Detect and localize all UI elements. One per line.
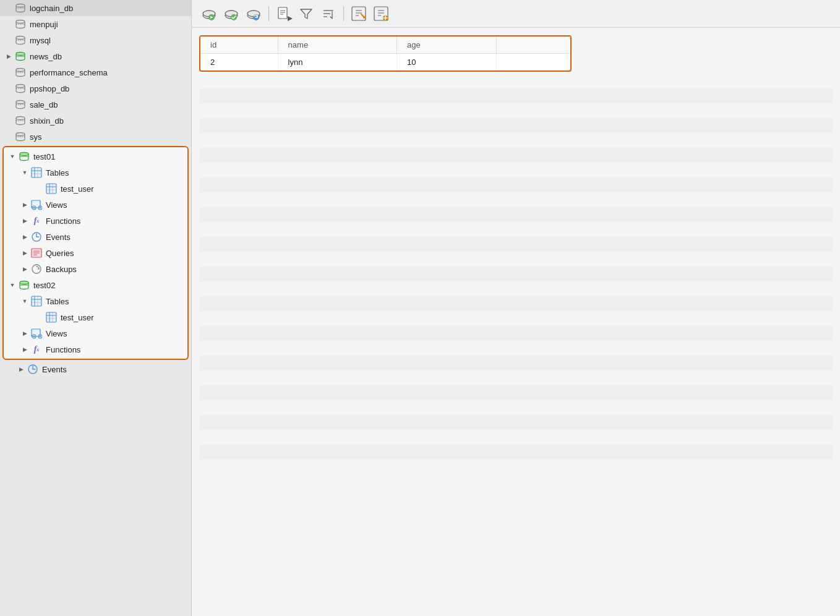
svg-point-58	[40, 336, 41, 337]
sidebar-item-test01-events[interactable]: Events	[4, 229, 187, 245]
sidebar-item-ppshop_db[interactable]: ppshop_db	[0, 80, 191, 96]
cell-id: 2	[200, 54, 278, 71]
table-icon-test01-tables	[31, 167, 42, 178]
chevron-test02[interactable]	[9, 281, 16, 289]
chevron-news_db[interactable]	[5, 53, 12, 60]
db-icon-performance_schema	[15, 67, 26, 78]
sidebar-label-test01-test_user: test_user	[61, 184, 93, 194]
cell-age: 10	[396, 54, 496, 71]
empty-row	[199, 252, 833, 267]
chevron-test01-backups[interactable]	[21, 265, 28, 273]
empty-row	[199, 133, 833, 148]
svg-point-15	[16, 117, 25, 120]
toolbar-separator-2	[343, 6, 344, 21]
empty-row	[199, 163, 833, 178]
empty-row	[199, 326, 833, 341]
run-button[interactable]	[199, 4, 219, 24]
svg-point-7	[16, 53, 25, 56]
toolbar-separator-1	[268, 6, 269, 21]
sidebar-label-test01-functions: Functions	[46, 216, 80, 226]
chevron-test02-tables[interactable]	[21, 297, 28, 305]
sort-button[interactable]	[319, 4, 338, 24]
functions-icon-test01: fx	[31, 215, 42, 226]
col-header-extra	[496, 36, 570, 54]
sidebar-item-logchain_db[interactable]: logchain_db	[0, 0, 191, 16]
sidebar-item-performance_schema[interactable]: performance_schema	[0, 64, 191, 80]
sidebar-label-test01-events: Events	[46, 233, 71, 242]
empty-row	[199, 74, 833, 88]
db-icon-shixin_db	[15, 115, 26, 126]
sidebar-label-menpuji: menpuji	[30, 20, 58, 29]
empty-row	[199, 430, 833, 445]
sidebar-item-menpuji[interactable]: menpuji	[0, 16, 191, 32]
chevron-test01-queries[interactable]	[21, 249, 28, 257]
empty-row	[199, 118, 833, 133]
sidebar-label-test02-functions: Functions	[46, 345, 80, 354]
sidebar-label-test02-events-partial: Events	[42, 365, 67, 374]
sidebar-label-test01-queries: Queries	[46, 249, 74, 258]
chevron-test01-tables[interactable]	[21, 169, 28, 176]
chevron-test01-views[interactable]	[21, 201, 28, 208]
db-icon-mysql	[15, 35, 26, 46]
empty-row	[199, 207, 833, 222]
sidebar-item-test02-views[interactable]: Views	[4, 325, 187, 341]
svg-rect-81	[352, 7, 366, 20]
filter-button[interactable]	[296, 4, 316, 24]
sidebar-item-test01-queries[interactable]: Queries	[4, 245, 187, 261]
sidebar-item-test01-views[interactable]: Views	[4, 197, 187, 213]
sidebar-item-news_db[interactable]: news_db	[0, 48, 191, 64]
chevron-test01-events[interactable]	[21, 233, 28, 241]
empty-row	[199, 341, 833, 356]
svg-point-60	[33, 336, 35, 337]
chevron-test01-functions[interactable]	[21, 217, 28, 225]
document-button[interactable]	[274, 4, 294, 24]
db-icon-ppshop_db	[15, 83, 26, 94]
sidebar-item-test02-events-partial[interactable]: Events	[0, 361, 191, 377]
empty-row	[199, 370, 833, 385]
col-header-age[interactable]: age	[396, 36, 496, 54]
sidebar-item-test01-tables[interactable]: Tables	[4, 165, 187, 181]
table-row[interactable]: 2 lynn 10	[200, 54, 570, 71]
sidebar-item-mysql[interactable]: mysql	[0, 32, 191, 48]
functions-icon-test02: fx	[31, 344, 42, 355]
sidebar-item-test02-test_user[interactable]: test_user	[4, 309, 187, 325]
sidebar-item-shixin_db[interactable]: shixin_db	[0, 113, 191, 129]
sidebar-label-sys: sys	[30, 132, 42, 142]
table-icon-test02-test_user	[46, 312, 57, 323]
sidebar-label-test01: test01	[33, 152, 55, 161]
sidebar-item-test02[interactable]: test02	[4, 277, 187, 293]
svg-point-85	[363, 16, 366, 19]
connect-button[interactable]	[221, 4, 241, 24]
sidebar-item-sale_db[interactable]: sale_db	[0, 96, 191, 113]
sidebar-item-test02-tables[interactable]: Tables	[4, 293, 187, 309]
chevron-test01[interactable]	[9, 153, 16, 160]
import-button[interactable]	[371, 4, 391, 24]
sidebar: logchain_db menpuji mysql news_db perfor…	[0, 0, 192, 616]
sidebar-item-sys[interactable]: sys	[0, 129, 191, 145]
col-header-id[interactable]: id	[200, 36, 278, 54]
table-header-row: id name age	[200, 36, 570, 54]
col-header-name[interactable]: name	[278, 36, 396, 54]
svg-marker-77	[301, 9, 312, 19]
sidebar-item-test02-functions[interactable]: fx Functions	[4, 341, 187, 357]
sidebar-item-test01[interactable]: test01	[4, 148, 187, 165]
refresh-button[interactable]	[244, 4, 264, 24]
empty-row	[199, 103, 833, 118]
sidebar-item-test01-functions[interactable]: fx Functions	[4, 213, 187, 229]
sidebar-label-test01-tables: Tables	[46, 168, 69, 178]
empty-row	[199, 356, 833, 370]
sidebar-label-sale_db: sale_db	[30, 100, 58, 109]
empty-row	[199, 192, 833, 207]
chevron-test02-events-partial[interactable]	[17, 366, 25, 373]
empty-row	[199, 148, 833, 163]
sidebar-item-test01-test_user[interactable]: test_user	[4, 181, 187, 197]
empty-row	[199, 311, 833, 326]
sidebar-item-test01-backups[interactable]: Backups	[4, 261, 187, 277]
export-button[interactable]	[349, 4, 369, 24]
table-icon-test02-tables	[31, 296, 42, 307]
sidebar-label-mysql: mysql	[30, 36, 51, 45]
chevron-test02-functions[interactable]	[21, 346, 28, 353]
svg-rect-51	[46, 312, 56, 322]
sidebar-label-test01-views: Views	[46, 200, 67, 210]
chevron-test02-views[interactable]	[21, 330, 28, 337]
